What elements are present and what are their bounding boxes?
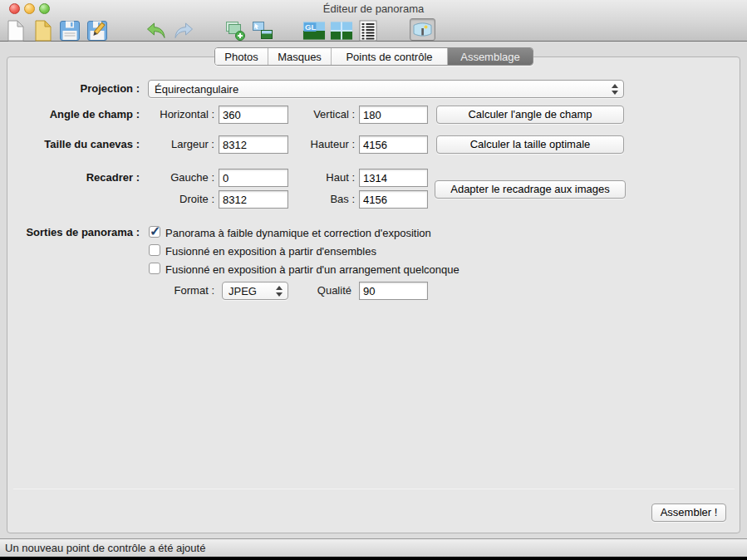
quality-label: Qualité — [310, 282, 351, 300]
calculate-fov-button[interactable]: Calculer l'angle de champ — [436, 106, 624, 124]
fov-vertical-input[interactable] — [359, 106, 428, 124]
status-bar: Un nouveau point de contrôle a été ajout… — [0, 538, 747, 557]
svg-text:GL: GL — [305, 22, 316, 32]
screen-edge — [0, 557, 747, 560]
output-ldr-label: Panorama à faible dynamique et correctio… — [165, 225, 431, 242]
output-fused-stacks-label: Fusionné en exposition à partir d'ensemb… — [165, 243, 376, 260]
fov-vertical-label: Vertical : — [287, 106, 355, 124]
fov-horizontal-label: Horizontal : — [141, 106, 214, 124]
tab-bar: Photos Masques Points de contrôle Assemb… — [214, 47, 533, 66]
tab-points-de-controle[interactable]: Points de contrôle — [332, 48, 448, 66]
gl-preview-icon[interactable]: GL — [302, 20, 326, 42]
format-label: Format : — [141, 282, 214, 300]
crop-top-input[interactable] — [359, 169, 428, 187]
fov-label: Angle de champ : — [0, 106, 140, 124]
crop-left-input[interactable] — [219, 169, 288, 187]
preview-panorama-icon[interactable] — [330, 20, 353, 42]
calculate-optimal-size-button[interactable]: Calculer la taille optimale — [436, 135, 624, 154]
output-ldr-checkbox[interactable] — [149, 226, 160, 238]
tab-masques[interactable]: Masques — [268, 48, 332, 66]
output-fused-any-label: Fusionné en exposition à partir d'un arr… — [165, 262, 460, 278]
stepper-arrows-icon — [276, 285, 283, 297]
save-project-as-icon[interactable] — [86, 20, 109, 42]
crop-right-label: Droite : — [141, 190, 214, 209]
crop-bottom-input[interactable] — [359, 190, 428, 209]
tab-assemblage[interactable]: Assemblage — [448, 48, 533, 66]
window-header: Éditeur de panorama — [0, 0, 747, 42]
quality-input[interactable] — [359, 282, 428, 300]
titlebar[interactable]: Éditeur de panorama — [0, 0, 747, 18]
new-project-icon[interactable] — [3, 20, 27, 42]
crop-bottom-label: Bas : — [287, 190, 355, 209]
canvas-width-label: Largeur : — [141, 135, 214, 154]
fov-horizontal-input[interactable] — [219, 106, 288, 124]
crop-label: Recadrer : — [0, 169, 140, 187]
open-project-icon[interactable] — [31, 20, 54, 42]
output-fused-stacks-checkbox[interactable] — [149, 244, 160, 256]
window-title: Éditeur de panorama — [0, 0, 747, 18]
fit-crop-to-images-button[interactable]: Adapter le recadrage aux images — [435, 180, 626, 199]
projection-value: Équirectangulaire — [155, 81, 238, 98]
status-message: Un nouveau point de contrôle a été ajout… — [5, 539, 205, 557]
panorama-editor-window: Éditeur de panorama — [0, 0, 747, 557]
projection-select[interactable]: Équirectangulaire — [148, 80, 624, 98]
add-time-series-icon[interactable] — [251, 20, 274, 42]
outputs-label: Sorties de panorama : — [0, 224, 140, 242]
redo-icon[interactable] — [172, 20, 195, 42]
canvas-height-input[interactable] — [359, 135, 428, 154]
projection-label: Projection : — [0, 80, 140, 98]
format-select[interactable]: JPEG — [222, 282, 288, 300]
control-points-table-icon[interactable] — [356, 20, 380, 42]
canvas-height-label: Hauteur : — [287, 135, 355, 154]
crop-top-label: Haut : — [287, 169, 355, 187]
canvas-label: Taille du canevas : — [0, 135, 140, 154]
output-fused-any-checkbox[interactable] — [149, 263, 160, 274]
show-preview-window-icon[interactable] — [410, 18, 435, 41]
stepper-arrows-icon — [612, 83, 619, 96]
tab-photos[interactable]: Photos — [215, 48, 268, 66]
save-project-icon[interactable] — [58, 20, 81, 42]
crop-right-input[interactable] — [219, 190, 288, 209]
add-images-icon[interactable] — [224, 20, 247, 42]
stitch-button[interactable]: Assembler ! — [651, 504, 726, 522]
format-value: JPEG — [229, 282, 257, 300]
undo-icon[interactable] — [145, 20, 168, 42]
panel-separator — [13, 489, 735, 489]
canvas-width-input[interactable] — [219, 135, 288, 154]
crop-left-label: Gauche : — [141, 169, 214, 187]
toolbar: GL — [0, 18, 747, 41]
